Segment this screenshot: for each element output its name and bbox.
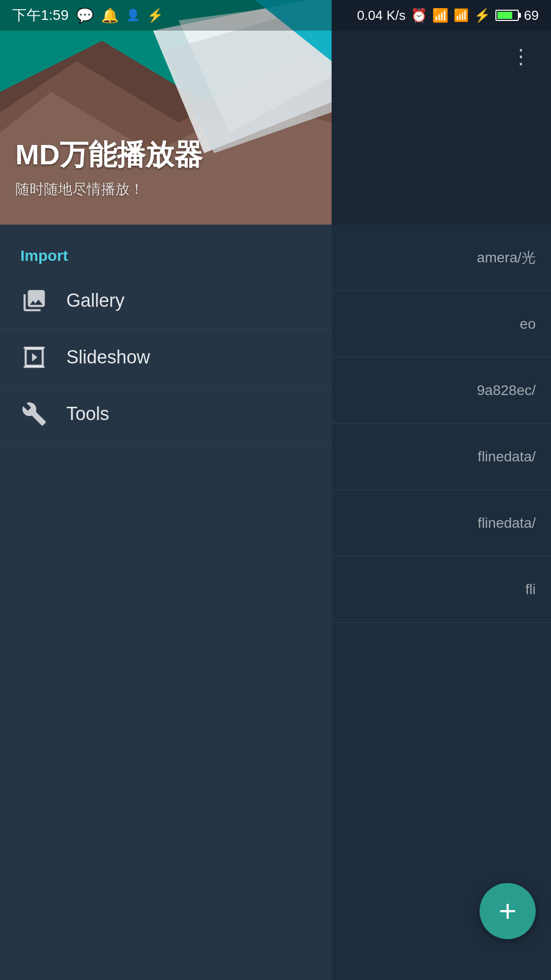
network-speed: 0.04 K/s	[357, 8, 406, 23]
app-subtitle: 随时随地尽情播放！	[15, 180, 203, 199]
list-item-text: flinedata/	[332, 515, 536, 531]
status-bar: 下午1:59 💬 🔔 👤 ⚡ 0.04 K/s ⏰ 📶 📶 ⚡ 69	[0, 0, 551, 31]
time-display: 下午1:59	[12, 6, 69, 25]
app-title: MD万能播放器	[15, 136, 203, 175]
fab-add-button[interactable]: +	[480, 883, 536, 939]
tools-icon	[20, 400, 48, 428]
drawer-item-slideshow[interactable]: Slideshow	[0, 329, 332, 386]
drawer-menu: Import Gallery Slideshow	[0, 225, 332, 453]
list-item-text: 9a828ec/	[332, 382, 536, 399]
drawer-item-tools[interactable]: Tools	[0, 386, 332, 443]
list-item-text: amera/光	[332, 248, 536, 267]
fab-plus-icon: +	[498, 896, 516, 926]
more-options-button[interactable]: ⋮	[505, 41, 536, 71]
gallery-label: Gallery	[66, 290, 124, 311]
list-item[interactable]: 9a828ec/	[316, 357, 551, 424]
tools-label: Tools	[66, 403, 109, 425]
slideshow-label: Slideshow	[66, 347, 150, 368]
drawer-header-content: MD万能播放器 随时随地尽情播放！	[15, 136, 203, 199]
battery-indicator	[495, 10, 519, 21]
navigation-drawer: MD万能播放器 随时随地尽情播放！ Import Gallery	[0, 0, 332, 980]
list-item[interactable]: flinedata/	[316, 490, 551, 556]
header-area: ⋮	[316, 31, 551, 225]
person-icon: 👤	[126, 9, 140, 22]
drawer-section-import: Import	[0, 235, 332, 273]
slideshow-icon	[20, 344, 48, 371]
list-item-text: fli	[332, 581, 536, 598]
message-icon: 💬	[76, 7, 94, 24]
list-item[interactable]: amera/光	[316, 225, 551, 291]
right-list: amera/光 eo 9a828ec/ flinedata/ flinedata…	[316, 225, 551, 980]
list-item-text: flinedata/	[332, 449, 536, 465]
drawer-header: MD万能播放器 随时随地尽情播放！	[0, 0, 332, 225]
svg-rect-8	[23, 366, 45, 368]
battery-percent: 69	[524, 8, 539, 23]
battery-fill	[497, 12, 512, 19]
battery-bar	[495, 10, 519, 21]
status-right: 0.04 K/s ⏰ 📶 📶 ⚡ 69	[357, 8, 539, 23]
status-left: 下午1:59 💬 🔔 👤 ⚡	[12, 6, 163, 25]
alarm-icon: ⏰	[411, 8, 427, 23]
list-item-text: eo	[332, 316, 536, 332]
usb-icon: ⚡	[147, 8, 163, 23]
list-item[interactable]: fli	[316, 556, 551, 623]
charging-icon: ⚡	[474, 8, 490, 23]
notification-icon: 🔔	[101, 7, 119, 24]
list-item[interactable]: eo	[316, 291, 551, 357]
list-item[interactable]: flinedata/	[316, 424, 551, 490]
svg-rect-9	[23, 347, 45, 349]
gallery-icon	[20, 287, 48, 314]
drawer-item-gallery[interactable]: Gallery	[0, 273, 332, 329]
signal-icon: 📶	[454, 8, 469, 22]
wifi-icon: 📶	[432, 8, 448, 23]
